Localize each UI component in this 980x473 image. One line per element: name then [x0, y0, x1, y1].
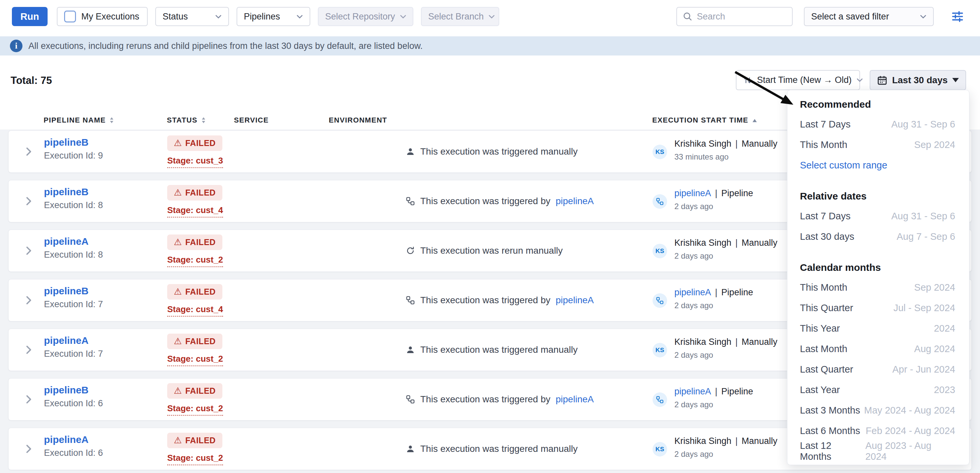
trigger-pipeline-link[interactable]: pipelineA	[556, 196, 594, 206]
row-expand-chevron[interactable]	[25, 147, 32, 156]
rerun-icon	[406, 246, 415, 256]
sort-updown-icon	[109, 116, 115, 124]
info-icon: i	[10, 40, 22, 52]
execution-time: 2 days ago	[675, 400, 753, 409]
info-banner: i All executions, including reruns and c…	[0, 37, 980, 56]
date-range-button[interactable]: Last 30 days	[870, 70, 966, 90]
stage-link[interactable]: Stage: cust_2	[167, 403, 223, 416]
run-button[interactable]: Run	[12, 7, 48, 26]
trigger-text: This execution was triggered by	[420, 394, 550, 405]
row-expand-chevron[interactable]	[25, 346, 32, 354]
my-executions-toggle[interactable]: My Executions	[57, 7, 148, 26]
actor-line: pipelineA|Pipeline	[675, 188, 753, 198]
date-option[interactable]: This Month Sep 2024	[800, 277, 955, 298]
manual-trigger-icon	[406, 444, 415, 454]
sort-asc-icon	[752, 118, 757, 123]
date-option[interactable]: Last 6 Months Feb 2024 - Aug 2024	[800, 421, 955, 441]
repository-filter-dropdown[interactable]: Select Repository	[318, 7, 414, 26]
row-expand-chevron[interactable]	[25, 246, 32, 255]
execution-id: Execution Id: 9	[44, 151, 103, 161]
pipeline-trigger-icon	[406, 395, 415, 404]
branch-filter-dropdown[interactable]: Select Branch	[421, 7, 499, 26]
date-option[interactable]: Last Month Aug 2024	[800, 338, 955, 359]
actor-line: Krishika Singh|Manually	[675, 139, 778, 149]
date-range-dropdown: Recommended Last 7 Days Aug 31 - Sep 6 T…	[787, 90, 969, 465]
date-option[interactable]: Last Quarter Apr - Jun 2024	[800, 359, 955, 379]
row-expand-chevron[interactable]	[25, 444, 32, 453]
search-input[interactable]	[697, 11, 787, 22]
date-option[interactable]: Last 30 days Aug 7 - Sep 6	[800, 226, 955, 247]
actor-line: Krishika Singh|Manually	[675, 337, 778, 347]
status-badge: ⚠FAILED	[167, 433, 223, 448]
date-option[interactable]: Last 3 Months May 2024 - Aug 2024	[800, 400, 955, 421]
saved-filter-dropdown[interactable]: Select a saved filter	[804, 7, 934, 26]
trigger-pipeline-link[interactable]: pipelineA	[556, 295, 594, 306]
pipeline-trigger-icon	[406, 197, 415, 206]
total-count: Total: 75	[11, 75, 52, 87]
filter-sliders-icon[interactable]	[950, 9, 965, 24]
info-banner-text: All executions, including reruns and chi…	[29, 41, 423, 51]
row-expand-chevron[interactable]	[25, 197, 32, 205]
user-avatar: KS	[652, 343, 667, 357]
sort-order-icon	[743, 76, 752, 85]
warning-icon: ⚠	[174, 386, 182, 395]
execution-id: Execution Id: 7	[44, 299, 103, 310]
trigger-pipeline-link[interactable]: pipelineA	[556, 394, 594, 405]
status-badge: ⚠FAILED	[167, 383, 223, 399]
execution-time: 33 minutes ago	[675, 152, 778, 162]
warning-icon: ⚠	[174, 238, 182, 247]
stage-link[interactable]: Stage: cust_2	[167, 354, 223, 366]
chevron-down-icon	[856, 78, 863, 82]
status-badge: ⚠FAILED	[167, 235, 223, 250]
date-option[interactable]: This Month Sep 2024	[800, 135, 955, 155]
select-custom-range-link[interactable]: Select custom range	[800, 155, 955, 175]
chevron-down-icon	[488, 14, 495, 19]
pipeline-name-link[interactable]: pipelineB	[44, 137, 103, 148]
pipeline-name-link[interactable]: pipelineA	[44, 335, 103, 346]
pipeline-name-link[interactable]: pipelineB	[44, 384, 103, 396]
actor-line: pipelineA|Pipeline	[675, 386, 753, 397]
stage-link[interactable]: Stage: cust_2	[167, 255, 223, 267]
actor-pipeline-link[interactable]: pipelineA	[675, 386, 711, 397]
stage-link[interactable]: Stage: cust_3	[167, 156, 223, 168]
date-option[interactable]: Last 7 Days Aug 31 - Sep 6	[800, 114, 955, 135]
status-badge: ⚠FAILED	[167, 333, 223, 349]
search-box[interactable]	[676, 7, 793, 26]
column-execution-start-time[interactable]: Execution Start Time	[652, 116, 757, 125]
date-option[interactable]: This Year 2024	[800, 318, 955, 338]
manual-trigger-icon	[406, 147, 415, 156]
stage-link[interactable]: Stage: cust_4	[167, 205, 223, 217]
executions-page: Run My Executions Status Pipelines Selec…	[0, 0, 980, 473]
date-option[interactable]: Last 12 Months Aug 2023 - Aug 2024	[800, 441, 955, 462]
column-pipeline-name[interactable]: Pipeline Name	[44, 116, 115, 125]
sort-updown-icon	[201, 116, 206, 124]
stage-link[interactable]: Stage: cust_4	[167, 304, 223, 317]
sort-dropdown[interactable]: Start Time (New → Old)	[736, 70, 860, 90]
pipeline-name-link[interactable]: pipelineB	[44, 286, 103, 297]
user-avatar: KS	[652, 144, 667, 159]
status-filter-dropdown[interactable]: Status	[155, 7, 229, 26]
date-option[interactable]: This Quarter Jul - Sep 2024	[800, 298, 955, 318]
pipelines-filter-dropdown[interactable]: Pipelines	[237, 7, 310, 26]
column-status[interactable]: Status	[167, 116, 206, 125]
calendar-icon	[877, 75, 888, 86]
stage-link[interactable]: Stage: cust_2	[167, 453, 223, 465]
column-service: Service	[234, 116, 269, 125]
row-expand-chevron[interactable]	[25, 296, 32, 305]
row-expand-chevron[interactable]	[25, 395, 32, 404]
pipeline-avatar	[652, 392, 667, 407]
pipeline-name-link[interactable]: pipelineB	[44, 186, 103, 197]
warning-icon: ⚠	[174, 287, 182, 296]
actor-pipeline-link[interactable]: pipelineA	[675, 188, 711, 198]
warning-icon: ⚠	[174, 436, 182, 445]
execution-time: 2 days ago	[675, 301, 753, 310]
date-option[interactable]: Last 7 Days Aug 31 - Sep 6	[800, 206, 955, 226]
status-badge: ⚠FAILED	[167, 284, 223, 300]
pipeline-name-link[interactable]: pipelineA	[44, 236, 103, 247]
date-option[interactable]: Last Year 2023	[800, 379, 955, 400]
pipeline-name-link[interactable]: pipelineA	[44, 434, 103, 445]
actor-line: Krishika Singh|Manually	[675, 436, 778, 446]
actor-pipeline-link[interactable]: pipelineA	[675, 287, 711, 298]
execution-time: 2 days ago	[675, 449, 778, 459]
my-executions-checkbox[interactable]	[64, 11, 76, 22]
